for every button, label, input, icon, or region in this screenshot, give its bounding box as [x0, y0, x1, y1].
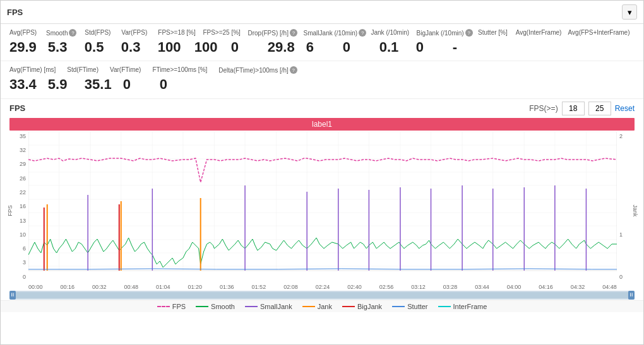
reset-button[interactable]: Reset [615, 104, 635, 113]
header: FPS ▾ [1, 1, 643, 24]
metric-value-5: 100 [194, 39, 220, 56]
chart-legend: FPSSmoothSmallJankJankBigJankStutterInte… [1, 300, 643, 312]
x-axis-label-5: 01:20 [188, 284, 203, 290]
x-axis-label-0: 00:00 [28, 284, 43, 290]
metric-label-text-4: FPS>=18 [%] [158, 29, 195, 36]
legend-label-fps: FPS [172, 303, 186, 310]
metric-value-9: 0 [343, 39, 368, 56]
fps-gte-label: FPS(>=) [529, 104, 558, 113]
legend-line-jank [302, 306, 315, 307]
legend-label-jank: Jank [318, 303, 332, 310]
metric-label-7: SmallJank (/10min) ? [304, 29, 360, 37]
metric-value-2: 0.5 [85, 39, 110, 56]
bot-metric-value-text-2: 35.1 [85, 76, 112, 93]
legend-item-jank: Jank [302, 303, 332, 310]
x-axis-label-4: 01:04 [156, 284, 170, 290]
metric-label-0: Avg(FPS) [9, 29, 35, 36]
metric-value-8: 6 [306, 39, 331, 56]
x-axis-label-18: 04:48 [602, 284, 617, 290]
x-axis-label-7: 01:52 [252, 284, 266, 290]
metric-value-0: 29.9 [9, 39, 37, 56]
metric-label-text-9: BigJank (/10min) ? [417, 29, 473, 37]
metric-label-8: Jank (/10min) [371, 29, 405, 36]
metric-value-10: 0.1 [379, 39, 405, 56]
metric-label-4: FPS>=18 [%] [158, 29, 191, 36]
x-axis-label-17: 04:32 [571, 284, 585, 290]
metric-label-5: FPS>=25 [%] [203, 29, 236, 36]
legend-label-smalljank: SmallJank [260, 303, 292, 310]
x-axis-label-1: 00:16 [61, 284, 75, 290]
metric-value-4: 100 [158, 39, 183, 56]
legend-item-smooth: Smooth [196, 303, 235, 310]
bot-metric-value-3: 0 [123, 76, 148, 93]
metric-label-6: Drop(FPS) [/h] ? [248, 29, 292, 37]
metric-value-text-12: - [453, 39, 457, 56]
help-icon[interactable]: ? [290, 29, 297, 37]
metric-label-text-2: Std(FPS) [85, 29, 110, 36]
top-metrics-section: Avg(FPS)Smooth ?Std(FPS)Var(FPS)FPS>=18 … [1, 24, 643, 61]
bot-metric-label-3: FTime>=100ms [%] [152, 66, 207, 73]
bot-metric-value-0: 33.4 [9, 76, 37, 93]
x-axis-label-8: 02:08 [283, 284, 298, 290]
bot-metric-value-text-1: 5.9 [48, 76, 68, 93]
legend-label-interframe: InterFrame [453, 303, 487, 310]
legend-item-smalljank: SmallJank [245, 303, 292, 310]
bot-metric-value-2: 35.1 [85, 76, 112, 93]
chart-header: FPS FPS(>=) Reset [9, 102, 635, 115]
fps-line [28, 158, 617, 182]
metric-label-text-5: FPS>=25 [%] [203, 29, 240, 36]
metric-label-text-10: Stutter [%] [478, 29, 508, 36]
metric-label-text-6: Drop(FPS) [/h] ? [248, 29, 297, 37]
fps-18-input[interactable] [562, 102, 585, 115]
chart-scrollbar[interactable]: ⫼ ⫼ [9, 291, 635, 300]
x-axis: 00:0000:1600:3200:4801:0401:2001:3601:52… [28, 283, 617, 290]
bot-metric-value-1: 5.9 [48, 76, 73, 93]
scrollbar-right-handle[interactable]: ⫼ [628, 291, 635, 300]
smooth-line [28, 238, 617, 267]
x-axis-label-16: 04:16 [539, 284, 553, 290]
bot-metric-label-2: Var(FTime) [110, 66, 141, 73]
legend-label-smooth: Smooth [211, 303, 235, 310]
legend-label-bigjank: BigJank [357, 303, 382, 310]
x-axis-label-10: 02:40 [347, 284, 362, 290]
help-icon[interactable]: ? [465, 29, 473, 37]
metric-value-6: 0 [231, 39, 256, 56]
bot-metric-label-4: Delta(FTime)>100ms [/h] ? [218, 66, 297, 74]
stutter-line [28, 269, 617, 269]
legend-line-interframe [438, 306, 451, 307]
metric-value-text-6: 0 [231, 39, 239, 56]
metric-label-10: Stutter [%] [478, 29, 504, 36]
bot-metric-value-text-0: 33.4 [9, 76, 37, 93]
metric-value-text-8: 6 [306, 39, 314, 56]
metric-value-12: - [453, 39, 478, 56]
help-icon-bot[interactable]: ? [290, 66, 297, 74]
chevron-down-icon: ▾ [628, 8, 632, 17]
legend-line-bigjank [342, 306, 355, 307]
panel-title: FPS [7, 8, 23, 17]
bottom-metrics-section: Avg(FTime) [ms]Std(FTime)Var(FTime)FTime… [1, 61, 643, 98]
dropdown-button[interactable]: ▾ [622, 4, 637, 20]
x-axis-label-13: 03:28 [443, 284, 458, 290]
x-axis-label-9: 02:24 [316, 284, 330, 290]
fps-25-input[interactable] [588, 102, 611, 115]
metric-value-text-9: 0 [343, 39, 350, 56]
bot-metric-value-text-3: 0 [123, 76, 131, 93]
x-axis-label-14: 03:44 [475, 284, 489, 290]
help-icon[interactable]: ? [359, 29, 366, 37]
metric-value-11: 0 [416, 39, 441, 56]
y-axis-right-label-jank: Jank [631, 205, 638, 217]
metric-value-7: 29.8 [268, 39, 295, 56]
metric-value-text-1: 5.3 [48, 39, 68, 56]
help-icon[interactable]: ? [69, 29, 76, 37]
metric-value-text-2: 0.5 [85, 39, 104, 56]
metric-value-text-4: 100 [158, 39, 181, 56]
legend-item-interframe: InterFrame [438, 303, 487, 310]
metric-label-9: BigJank (/10min) ? [417, 29, 467, 37]
metric-label-text-0: Avg(FPS) [9, 29, 37, 36]
legend-item-bigjank: BigJank [342, 303, 382, 310]
bot-metric-value-text-4: 0 [160, 76, 167, 93]
legend-line-smalljank [245, 306, 258, 307]
bottom-metrics-labels-row: Avg(FTime) [ms]Std(FTime)Var(FTime)FTime… [9, 66, 635, 74]
scrollbar-track[interactable] [16, 292, 628, 298]
scrollbar-left-handle[interactable]: ⫼ [9, 291, 16, 300]
